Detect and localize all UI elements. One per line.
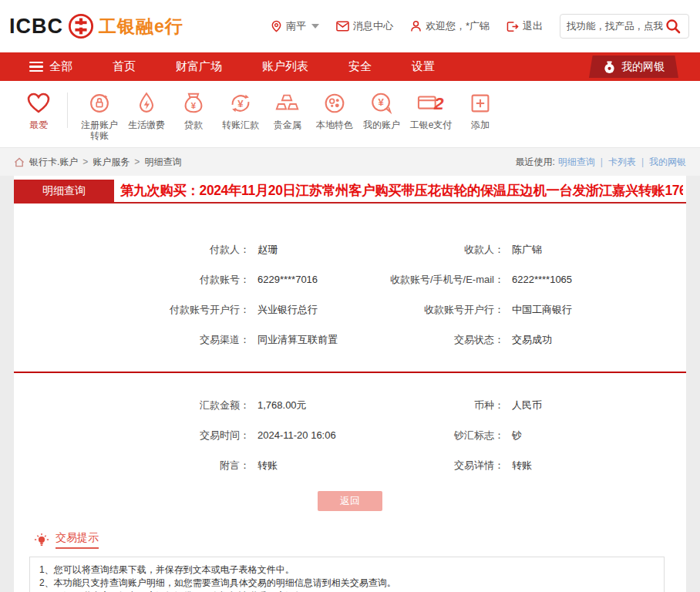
svg-text:2: 2: [433, 93, 444, 113]
link-separator: |: [641, 156, 644, 167]
living-payment-icon: [133, 90, 160, 116]
shortcut-local-feature[interactable]: 本地特色: [312, 90, 357, 130]
breadcrumb-level3: 明细查询: [144, 156, 181, 169]
main-content: 明细查询 第九次购买：2024年11月20日江苏常州客户购买带压花齿轮的保温压边…: [0, 176, 700, 592]
shortcut-register-transfer[interactable]: 注册账户转账: [77, 90, 122, 141]
time-label: 交易时间：: [14, 429, 250, 442]
shortcut-favorite[interactable]: 最爱: [17, 90, 60, 130]
payee-account-label: 收款账号/手机号/E-mail：: [350, 273, 504, 287]
shortcut-living-payment[interactable]: 生活缴费: [124, 90, 169, 130]
local-feature-icon: [321, 90, 348, 116]
status-label: 交易状态：: [350, 333, 504, 347]
svg-text:¥: ¥: [237, 98, 244, 109]
nav-item-home[interactable]: 首页: [113, 59, 136, 74]
heart-icon: [25, 90, 52, 116]
recent-link-my-ebank[interactable]: 我的网银: [649, 156, 686, 169]
nav-settings-label: 设置: [412, 59, 435, 74]
lamp-icon: [34, 533, 49, 548]
payee-label: 收款人：: [350, 243, 504, 257]
link-separator: |: [601, 156, 603, 167]
breadcrumb-separator: >: [134, 156, 140, 167]
detail-row: 付款账号开户行：兴业银行总行 收款账号开户行：中国工商银行: [14, 294, 686, 325]
nav-home-label: 首页: [113, 59, 136, 74]
cash-flag-value: 钞: [512, 429, 522, 442]
message-center-label: 消息中心: [353, 19, 393, 33]
detail-section-2: 汇款金额：1,768.00元 币种：人民币 交易时间：2024-11-20 16…: [14, 373, 686, 480]
breadcrumb-level1[interactable]: 银行卡.账户: [29, 156, 78, 169]
nav-item-all[interactable]: 全部: [29, 59, 72, 75]
location-selector[interactable]: 南平: [271, 19, 319, 33]
shortcut-my-account[interactable]: ¥ 我的账户: [359, 90, 404, 130]
payer-bank-value: 兴业银行总行: [257, 303, 318, 317]
money-bag-icon: [603, 59, 616, 74]
logout-icon: [506, 21, 519, 32]
back-button[interactable]: 返回: [318, 491, 382, 511]
search-input[interactable]: [567, 21, 665, 32]
amount-label: 汇款金额：: [14, 399, 250, 412]
detail-row: 附言：转账 交易详情：转账: [14, 450, 686, 480]
shortcut-local-feature-label: 本地特色: [316, 119, 353, 130]
svg-text:¥: ¥: [191, 101, 197, 110]
shortcut-epay-label: 工银e支付: [410, 119, 453, 130]
user-welcome[interactable]: 欢迎您，*广锦: [410, 19, 490, 33]
shortcut-favorite-label: 最爱: [29, 119, 48, 130]
shortcut-add[interactable]: 添加: [458, 90, 503, 130]
add-icon: [467, 90, 493, 116]
nav-item-accounts[interactable]: 账户列表: [262, 59, 308, 74]
my-ebank-button[interactable]: 我的网银: [589, 56, 678, 78]
shortcut-bar: 最爱 注册账户转账 生活缴费 ¥ 贷款 ¥ 转账汇款 贵金属 本地特色: [0, 81, 700, 148]
tab-label: 明细查询: [42, 184, 86, 198]
detail-row: 交易时间：2024-11-20 16:06 钞汇标志：钞: [14, 420, 686, 450]
shortcut-precious-metal[interactable]: 贵金属: [265, 90, 310, 130]
payer-value: 赵珊: [257, 243, 278, 257]
hamburger-icon: [29, 59, 43, 75]
nav-accounts-label: 账户列表: [262, 59, 308, 74]
breadcrumb-level2[interactable]: 账户服务: [93, 156, 130, 169]
icbc-logo-text: ICBC: [9, 15, 63, 39]
nav-item-security[interactable]: 安全: [348, 59, 372, 74]
tip-item-2: 2、本功能只支持查询账户明细，如您需要查询具体交易的明细信息请到相关交易查询。: [39, 577, 655, 590]
transfer-remit-icon: ¥: [227, 90, 254, 116]
breadcrumb-separator: >: [82, 156, 88, 167]
promo-headline: 第九次购买：2024年11月20日江苏常州客户购买带压花齿轮的保温压边机一台发浙…: [120, 181, 683, 200]
logout-button[interactable]: 退出: [506, 19, 543, 33]
currency-label: 币种：: [350, 399, 504, 412]
shortcut-loan-label: 贷款: [184, 119, 203, 130]
payee-bank-label: 收款账号开户行：: [350, 303, 504, 317]
location-label: 南平: [286, 19, 306, 33]
nav-item-settings[interactable]: 设置: [412, 59, 435, 74]
shortcut-living-payment-label: 生活缴费: [128, 119, 165, 130]
shortcut-transfer-remit[interactable]: ¥ 转账汇款: [218, 90, 263, 130]
search-box: [560, 14, 689, 39]
message-center-link[interactable]: 消息中心: [336, 19, 393, 33]
payer-label: 付款人：: [14, 243, 250, 257]
txn-detail-label: 交易详情：: [350, 459, 504, 473]
nav-item-wealth[interactable]: 财富广场: [176, 59, 222, 74]
brand-logo: ICBC 工银融e行: [9, 13, 183, 39]
payer-account-value: 6229****7016: [257, 274, 318, 285]
payer-bank-label: 付款账号开户行：: [14, 303, 250, 317]
detail-row: 汇款金额：1,768.00元 币种：人民币: [14, 390, 686, 420]
register-transfer-icon: [86, 90, 113, 116]
search-icon[interactable]: [665, 18, 681, 34]
tab-detail-query[interactable]: 明细查询: [14, 180, 114, 202]
shortcut-epay[interactable]: 2 工银e支付: [406, 90, 456, 130]
recent-link-detail-query[interactable]: 明细查询: [558, 156, 595, 169]
nav-security-label: 安全: [348, 59, 372, 74]
envelope-icon: [336, 21, 349, 32]
svg-text:¥: ¥: [378, 96, 384, 108]
txn-detail-value: 转账: [512, 459, 532, 473]
cash-flag-label: 钞汇标志：: [350, 429, 504, 442]
amount-value: 1,768.00元: [257, 399, 307, 412]
payee-bank-value: 中国工商银行: [512, 303, 572, 317]
status-value: 交易成功: [512, 333, 552, 347]
tab-row: 明细查询 第九次购买：2024年11月20日江苏常州客户购买带压花齿轮的保温压边…: [14, 176, 686, 204]
recent-link-card-list[interactable]: 卡列表: [608, 156, 636, 169]
my-account-icon: ¥: [369, 90, 395, 116]
person-icon: [410, 20, 422, 32]
channel-label: 交易渠道：: [14, 333, 250, 347]
icbc-emblem-icon: [68, 13, 94, 39]
epay-icon: 2: [416, 90, 446, 116]
shortcut-loan[interactable]: ¥ 贷款: [171, 90, 216, 130]
nav-all-label: 全部: [49, 59, 72, 74]
